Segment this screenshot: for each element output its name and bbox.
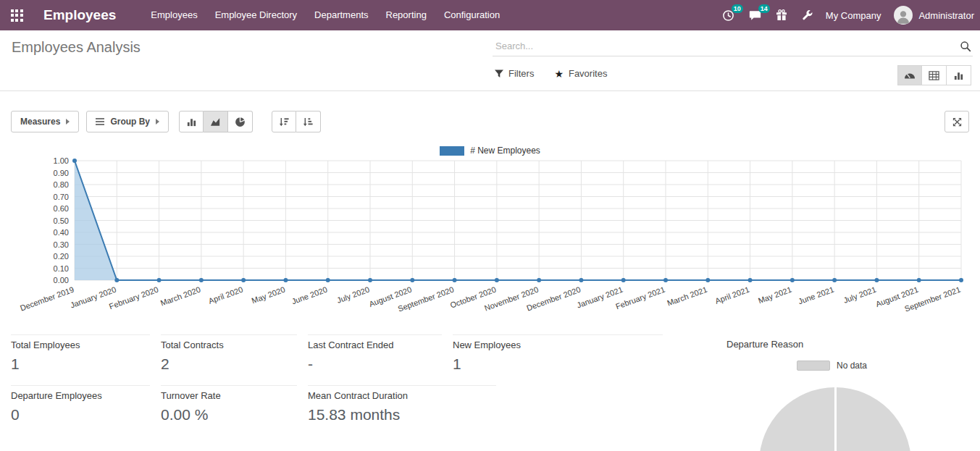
stat-label: Last Contract Ended (308, 340, 442, 350)
user-menu[interactable]: Administrator (913, 10, 980, 21)
favorites-label: Favorites (569, 68, 607, 79)
stat-value: 0.00 % (161, 406, 297, 423)
svg-text:0.70: 0.70 (54, 193, 69, 201)
svg-text:0.40: 0.40 (54, 228, 69, 237)
svg-text:1.00: 1.00 (54, 157, 69, 165)
avatar[interactable] (894, 6, 913, 25)
sort-asc-icon (303, 117, 314, 127)
messages-button[interactable]: 14 (742, 0, 768, 30)
stat-total-employees: Total Employees 1 (11, 334, 150, 373)
stat-label: Total Employees (11, 340, 150, 350)
svg-text:April 2021: April 2021 (714, 285, 751, 305)
bar-chart-icon (953, 70, 964, 81)
apps-grid-icon (11, 9, 23, 22)
svg-text:0.20: 0.20 (54, 252, 69, 261)
filters-label: Filters (508, 68, 534, 79)
chart-legend[interactable]: # New Employees (0, 146, 980, 156)
group-by-button[interactable]: Group By (86, 111, 169, 132)
view-pivot-button[interactable] (922, 65, 947, 85)
pivot-table-icon (929, 70, 939, 81)
sort-descending-button[interactable] (272, 111, 296, 132)
legend-swatch (440, 146, 464, 156)
sort-group (272, 111, 321, 132)
svg-text:May 2020: May 2020 (251, 285, 287, 305)
filter-row: Filters ★ Favorites (495, 68, 607, 79)
svg-text:0.90: 0.90 (54, 169, 69, 177)
svg-text:July 2020: July 2020 (335, 285, 370, 305)
measures-label: Measures (20, 117, 60, 127)
stat-value: - (308, 355, 442, 373)
support-button[interactable] (768, 0, 795, 30)
svg-text:June 2021: June 2021 (797, 285, 834, 306)
menu-departments[interactable]: Departments (306, 0, 377, 30)
gift-icon (776, 9, 787, 21)
chart-type-line-button[interactable] (204, 111, 228, 132)
menu-employees[interactable]: Employees (142, 0, 206, 30)
filter-icon (495, 69, 503, 78)
view-switcher (897, 65, 971, 85)
activities-button[interactable]: 10 (715, 0, 742, 30)
measures-button[interactable]: Measures (11, 111, 79, 132)
expand-button[interactable] (945, 111, 969, 132)
view-graph-button[interactable] (947, 65, 971, 85)
svg-text:0.50: 0.50 (54, 216, 69, 225)
favorites-button[interactable]: ★ Favorites (554, 68, 607, 79)
group-by-label: Group By (110, 117, 150, 127)
control-panel: Employees Analysis Filters ★ Favorites (0, 30, 980, 91)
graph-toolbar: Measures Group By (11, 111, 969, 132)
no-data-label: No data (837, 361, 867, 371)
svg-text:March 2020: March 2020 (159, 285, 202, 308)
stat-label: Mean Contract Duration (308, 390, 496, 401)
star-icon: ★ (554, 69, 564, 79)
group-by-icon (96, 118, 104, 125)
svg-text:December 2019: December 2019 (19, 285, 75, 313)
sort-desc-icon (279, 117, 290, 127)
menu-reporting[interactable]: Reporting (377, 0, 435, 30)
user-icon (895, 9, 911, 25)
stat-total-contracts: Total Contracts 2 (161, 334, 297, 373)
sort-ascending-button[interactable] (296, 111, 321, 132)
app-title: Employees (43, 7, 116, 23)
svg-text:0.80: 0.80 (54, 180, 69, 189)
chart-type-group (179, 111, 253, 132)
apps-menu-button[interactable] (0, 0, 33, 30)
legend-label: # New Employees (470, 146, 540, 156)
stat-new-employees: New Employees 1 (453, 334, 663, 373)
stat-label: Departure Employees (11, 390, 150, 401)
svg-text:April 2020: April 2020 (207, 285, 244, 305)
caret-icon (156, 119, 159, 125)
stat-mean-contract-duration: Mean Contract Duration 15.83 months (308, 385, 496, 423)
area-chart-icon (210, 117, 221, 127)
search-input[interactable] (493, 36, 973, 56)
stat-value: 1 (453, 355, 663, 373)
menu-employee-directory[interactable]: Employee Directory (206, 0, 306, 30)
stat-last-contract-ended: Last Contract Ended - (308, 334, 442, 373)
stat-label: Total Contracts (161, 340, 297, 350)
analysis-chart[interactable]: 0.000.100.200.300.400.500.600.700.800.90… (0, 157, 980, 325)
caret-icon (66, 119, 70, 125)
stat-value: 2 (161, 355, 297, 373)
departure-reason-legend[interactable]: No data (797, 361, 867, 371)
departure-reason-pie[interactable] (759, 387, 911, 451)
chart-type-pie-button[interactable] (228, 111, 253, 132)
top-navbar: Employees Employees Employee Directory D… (0, 0, 980, 30)
stat-value: 1 (11, 355, 150, 373)
departure-reason-title: Departure Reason (726, 339, 803, 350)
page-title: Employees Analysis (12, 39, 141, 56)
svg-text:June 2020: June 2020 (290, 285, 328, 306)
company-switcher[interactable]: My Company (820, 10, 887, 21)
svg-text:May 2021: May 2021 (757, 285, 793, 305)
menu-configuration[interactable]: Configuration (435, 0, 508, 30)
view-dashboard-button[interactable] (897, 65, 922, 85)
stat-value: 15.83 months (308, 406, 496, 423)
filters-button[interactable]: Filters (495, 68, 534, 79)
expand-icon (952, 117, 963, 127)
svg-text:0.00: 0.00 (54, 276, 69, 284)
tools-button[interactable] (795, 0, 820, 30)
stat-value: 0 (11, 406, 150, 423)
svg-text:0.30: 0.30 (54, 240, 69, 249)
search-icon[interactable] (960, 41, 971, 55)
main-menu: Employees Employee Directory Departments… (142, 0, 508, 30)
chart-type-bar-button[interactable] (179, 111, 204, 132)
pie-chart-icon (235, 117, 246, 127)
